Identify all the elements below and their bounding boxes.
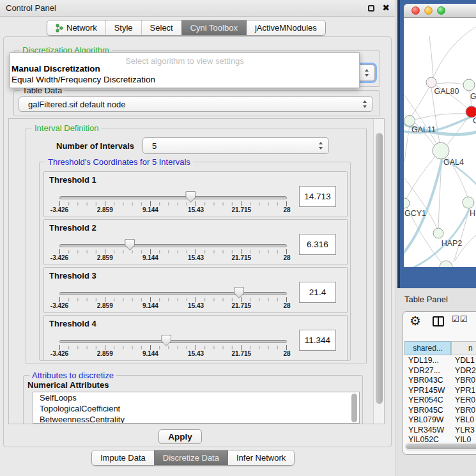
table-horizontal-scrollbar[interactable]	[405, 443, 476, 450]
threshold-2-slider[interactable]	[59, 244, 287, 247]
table-row[interactable]: YBR043CYBR0	[404, 376, 476, 386]
network-node-label: H	[470, 209, 475, 218]
network-node-gal11[interactable]	[404, 116, 415, 127]
select-columns-checkbox-icons[interactable]: ☑☑	[452, 314, 468, 324]
scrollbar-thumb[interactable]	[376, 133, 383, 404]
tab-style[interactable]: Style	[105, 20, 141, 35]
network-node-label: GAL80	[434, 87, 459, 96]
attributes-group: Attributes to discretize Numerical Attri…	[23, 375, 363, 424]
list-scrollbar-thumb[interactable]	[351, 394, 357, 422]
tab-select[interactable]: Select	[141, 20, 181, 35]
table-data-combo-value: galFiltered.sif default node	[28, 100, 125, 109]
network-node-label: GCY1	[404, 209, 426, 218]
settings-scroll-area: Interval Definition Number of Intervals …	[8, 118, 385, 424]
table-data-combo[interactable]: galFiltered.sif default node	[19, 96, 373, 112]
tick-label: 15.43	[188, 302, 204, 309]
threshold-1-value-field[interactable]: 14.713	[299, 186, 336, 207]
threshold-4-slider[interactable]	[59, 340, 287, 343]
cell-name: YDL1	[455, 356, 475, 365]
settings-scrollbar[interactable]	[373, 119, 384, 424]
network-edge[interactable]	[433, 27, 476, 77]
attribute-item[interactable]: SelfLoops	[33, 392, 359, 403]
network-node-h[interactable]	[463, 197, 474, 208]
tab-impute-data[interactable]: Impute Data	[92, 450, 154, 465]
tab-label: Select	[150, 20, 173, 35]
table-panel-title: Table Panel	[404, 295, 448, 304]
number-of-intervals-value: 5	[152, 141, 157, 151]
tick-label: 15.43	[188, 254, 204, 261]
network-edge[interactable]	[406, 156, 436, 199]
network-edge[interactable]	[447, 117, 468, 144]
table-row[interactable]: YER054CYER0	[404, 395, 476, 406]
tick-label: -3.426	[50, 350, 68, 357]
column-header-name[interactable]: n	[451, 341, 476, 355]
dropdown-option-equal-width-frequency[interactable]: Equal Width/Frequency Discretization	[10, 75, 359, 86]
float-window-icon[interactable]	[368, 5, 374, 12]
threshold-label: Threshold 1	[49, 175, 96, 185]
attribute-item[interactable]: TopologicalCoefficient	[33, 403, 359, 414]
cell-shared-name: YPR145W	[408, 386, 445, 395]
network-window-titlebar[interactable]	[404, 4, 476, 18]
table-row[interactable]: YBL079WYBL0	[404, 415, 476, 426]
network-edge[interactable]	[411, 87, 429, 116]
tab-infer-network[interactable]: Infer Network	[227, 450, 294, 465]
tab-jactivemnodules[interactable]: jActiveMNodules	[246, 20, 325, 35]
column-layout-icon[interactable]	[433, 316, 444, 326]
scrollbar-thumb[interactable]	[406, 444, 476, 449]
network-node-gcy1[interactable]	[404, 198, 410, 208]
network-node-label: C	[473, 116, 476, 125]
number-of-intervals-combo[interactable]: 5	[142, 137, 329, 154]
tick-label: 28	[283, 350, 290, 357]
network-node-hap2[interactable]	[433, 228, 443, 238]
cell-shared-name: YDL19...	[408, 356, 439, 365]
numerical-attributes-list[interactable]: SelfLoopsTopologicalCoefficientBetweenne…	[33, 392, 360, 424]
network-node[interactable]	[440, 261, 452, 267]
tab-cyni-toolbox[interactable]: Cyni Toolbox	[181, 20, 246, 35]
tick-label: 2.859	[97, 350, 113, 357]
threshold-3-slider[interactable]	[59, 292, 287, 295]
zoom-traffic-light-icon[interactable]	[437, 6, 445, 15]
tab-label: Discretize Data	[163, 450, 219, 465]
attribute-item[interactable]: BetweennessCentrality	[33, 414, 359, 424]
network-edge[interactable]	[429, 36, 433, 77]
control-panel-titlebar: Control Panel ✖	[0, 0, 395, 17]
table-row[interactable]: YPR145WYPR1	[404, 386, 476, 396]
threshold-2-value-field[interactable]: 6.316	[299, 234, 336, 255]
algorithm-dropdown-popup: Select algorithm to view settings Manual…	[10, 52, 360, 88]
network-canvas[interactable]: GAL80GACGAL11GAL4GCY1HHAP2	[404, 18, 476, 267]
tab-discretize-data[interactable]: Discretize Data	[154, 450, 227, 465]
cell-shared-name: YBR045C	[408, 406, 443, 415]
network-edge[interactable]	[415, 114, 466, 119]
threshold-4-value-field[interactable]: 11.344	[299, 330, 336, 351]
network-node-gal80[interactable]	[426, 77, 436, 88]
slider-ticks	[59, 201, 287, 207]
cell-shared-name: YLR345W	[408, 426, 444, 434]
settings-gear-icon[interactable]: ⚙	[410, 313, 421, 328]
network-node-gal4[interactable]	[433, 142, 449, 159]
group-title: Attributes to discretize	[29, 371, 116, 380]
threshold-3-panel: Threshold 3-3.4262.8599.14415.4321.71528…	[43, 267, 348, 313]
dropdown-hint: Select algorithm to view settings	[10, 53, 359, 64]
minimize-traffic-light-icon[interactable]	[424, 6, 433, 15]
close-window-icon[interactable]: ✖	[382, 3, 390, 13]
combo-arrows-icon	[365, 69, 369, 77]
network-highlighted-edge[interactable]	[404, 159, 442, 256]
table-row[interactable]: YLR345WYLR3	[404, 426, 476, 436]
cell-shared-name: YER054C	[408, 395, 443, 404]
threshold-3-value-field[interactable]: 21.4	[299, 282, 336, 303]
network-edge[interactable]	[436, 83, 463, 84]
network-edge[interactable]	[454, 208, 470, 262]
network-node-ga[interactable]	[463, 79, 475, 91]
table-row[interactable]: YBR045CYBR0	[404, 406, 476, 416]
table-row[interactable]: YDR27...YDR2	[404, 366, 476, 376]
column-header-shared-name[interactable]: shared...	[404, 341, 451, 355]
tab-network[interactable]: Network	[47, 20, 105, 35]
table-row[interactable]: YDL19...YDL1	[404, 356, 476, 366]
threshold-1-slider[interactable]	[59, 196, 287, 199]
tab-label: jActiveMNodules	[255, 20, 317, 35]
tick-label: 15.43	[188, 206, 204, 213]
interval-definition-group: Interval Definition Number of Intervals …	[26, 128, 367, 364]
tick-label: 15.43	[188, 350, 204, 357]
apply-button[interactable]: Apply	[158, 429, 202, 444]
close-traffic-light-icon[interactable]	[411, 6, 420, 15]
